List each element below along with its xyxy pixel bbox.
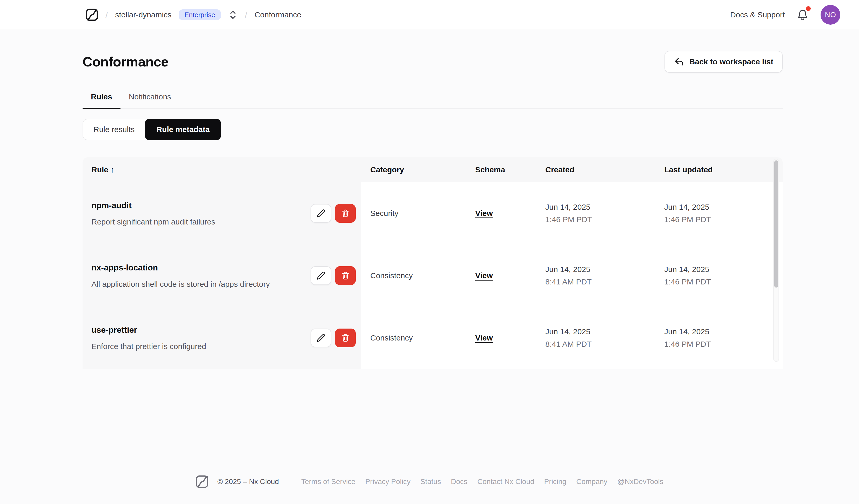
sort-ascending-icon: ↑ [110,165,114,174]
schema-view-link[interactable]: View [475,271,493,280]
table-row: nx-apps-location All application shell c… [82,244,783,307]
app-root: / stellar-dynamics Enterprise / Conforma… [0,0,859,504]
footer-link-nxdevtools[interactable]: @NxDevTools [617,477,663,486]
rule-cell: use-prettier Enforce that prettier is co… [82,307,361,369]
created-time: 8:41 AM PDT [545,340,655,349]
column-header-schema: Schema [466,165,536,174]
rule-description: Report significant npm audit failures [91,217,305,226]
nav-actions: Docs & Support NO [730,5,840,25]
footer-link-terms[interactable]: Terms of Service [301,477,356,486]
rule-description: All application shell code is stored in … [91,280,305,289]
trash-icon [341,209,350,218]
breadcrumb-separator: / [245,10,247,20]
pencil-icon [316,271,326,280]
avatar[interactable]: NO [820,5,840,25]
rule-cell: npm-audit Report significant npm audit f… [82,182,361,244]
copyright-text: © 2025 – Nx Cloud [217,477,279,486]
table-header-row: Rule↑ Category Schema Created Last updat… [82,157,783,182]
back-button-label: Back to workspace list [690,57,773,66]
pencil-icon [316,333,326,342]
table-row: npm-audit Report significant npm audit f… [82,182,783,244]
footer-link-docs[interactable]: Docs [451,477,467,486]
column-header-created: Created [536,165,655,174]
workspace-switcher-button[interactable] [228,9,238,21]
table-scrollbar-thumb[interactable] [774,161,778,288]
footer: © 2025 – Nx Cloud Terms of Service Priva… [0,459,859,504]
footer-link-contact[interactable]: Contact Nx Cloud [477,477,534,486]
rule-name: nx-apps-location [91,263,305,273]
updated-time: 1:46 PM PDT [664,277,783,286]
column-header-rule[interactable]: Rule↑ [82,165,361,174]
footer-link-company[interactable]: Company [576,477,607,486]
footer-link-status[interactable]: Status [420,477,441,486]
schema-view-link[interactable]: View [475,209,493,218]
updated-time: 1:46 PM PDT [664,340,783,349]
created-date: Jun 14, 2025 [545,327,655,336]
main-content: Conformance Back to workspace list Rules… [0,30,859,459]
view-toggle: Rule results Rule metadata [82,119,783,140]
rules-table: Rule↑ Category Schema Created Last updat… [82,157,783,369]
rule-name: npm-audit [91,201,305,210]
return-arrow-icon [674,57,684,67]
rule-metadata-toggle[interactable]: Rule metadata [145,119,221,140]
updated-date: Jun 14, 2025 [664,203,783,212]
table-row: use-prettier Enforce that prettier is co… [82,307,783,369]
updated-date: Jun 14, 2025 [664,327,783,336]
column-header-category: Category [361,165,466,174]
nx-footer-logo-icon [196,475,209,488]
top-nav: / stellar-dynamics Enterprise / Conforma… [0,0,859,30]
breadcrumb-separator: / [105,10,108,20]
created-time: 8:41 AM PDT [545,277,655,286]
rule-results-toggle[interactable]: Rule results [82,119,145,140]
trash-icon [341,334,350,342]
notification-dot [806,6,811,11]
nx-cloud-logo-icon[interactable] [86,9,98,21]
created-date: Jun 14, 2025 [545,265,655,274]
trash-icon [341,271,350,280]
category-value: Consistency [370,334,466,342]
footer-link-privacy[interactable]: Privacy Policy [365,477,410,486]
pencil-icon [316,209,326,218]
updated-date: Jun 14, 2025 [664,265,783,274]
breadcrumb-workspace[interactable]: stellar-dynamics [115,10,171,19]
rule-description: Enforce that prettier is configured [91,342,305,351]
created-date: Jun 14, 2025 [545,203,655,212]
tab-bar: Rules Notifications [82,92,783,109]
back-to-workspace-list-button[interactable]: Back to workspace list [664,51,783,73]
notifications-bell-button[interactable] [796,8,809,22]
plan-badge: Enterprise [179,9,221,20]
rule-name: use-prettier [91,325,305,335]
rule-cell: nx-apps-location All application shell c… [82,244,361,307]
page-title: Conformance [82,54,168,70]
created-time: 1:46 PM PDT [545,215,655,224]
column-header-last-updated: Last updated [655,165,783,174]
edit-rule-button[interactable] [311,266,331,285]
delete-rule-button[interactable] [335,266,356,285]
category-value: Consistency [370,271,466,280]
delete-rule-button[interactable] [335,204,356,223]
updated-time: 1:46 PM PDT [664,215,783,224]
delete-rule-button[interactable] [335,329,356,347]
schema-view-link[interactable]: View [475,334,493,342]
edit-rule-button[interactable] [311,204,331,223]
table-scrollbar-track[interactable] [773,159,779,362]
chevron-up-down-icon [229,10,237,20]
category-value: Security [370,209,466,218]
edit-rule-button[interactable] [311,329,331,347]
tab-notifications[interactable]: Notifications [120,92,179,108]
tab-rules[interactable]: Rules [82,92,120,108]
bell-icon [797,9,808,21]
breadcrumb: / stellar-dynamics Enterprise / Conforma… [86,9,301,21]
docs-support-link[interactable]: Docs & Support [730,10,785,19]
footer-link-pricing[interactable]: Pricing [544,477,567,486]
breadcrumb-page: Conformance [255,10,301,19]
